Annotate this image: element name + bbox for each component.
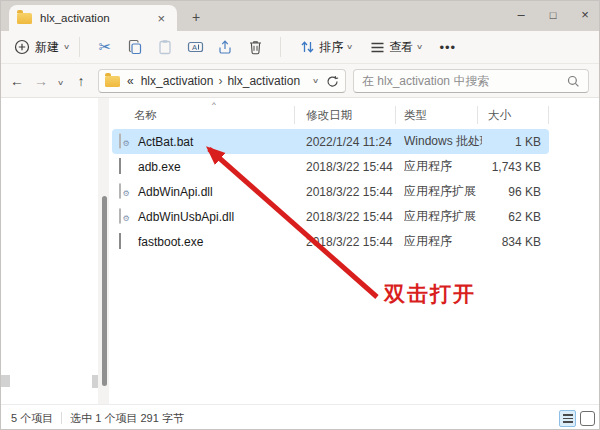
- minimize-button[interactable]: –: [504, 1, 538, 31]
- explorer-tab[interactable]: hlx_activation ×: [9, 5, 177, 31]
- address-dropdown-icon[interactable]: ∨: [312, 77, 319, 85]
- file-date: 2022/1/24 11:24: [306, 135, 392, 149]
- status-bar: 5 个项目 选中 1 个项目 291 字节: [1, 404, 600, 430]
- file-size: 62 KB: [456, 210, 541, 224]
- file-name: fastboot.exe: [138, 235, 203, 249]
- new-button-label: 新建: [35, 39, 59, 56]
- file-date: 2018/3/22 15:44: [306, 235, 393, 249]
- file-pane: 名称 ^ 修改日期 类型 大小 ⚙ ActBat.bat 2022/1/24 1…: [1, 98, 600, 404]
- share-button[interactable]: [210, 39, 240, 55]
- file-size: 1 KB: [456, 135, 541, 149]
- search-box[interactable]: [353, 69, 589, 93]
- chevron-down-icon: ∨: [346, 43, 353, 51]
- file-date: 2018/3/22 15:44: [306, 160, 393, 174]
- delete-button[interactable]: [240, 39, 270, 55]
- sidebar-hscroll-fragment[interactable]: [92, 375, 98, 388]
- list-column-headers: 名称 ^ 修改日期 类型 大小: [112, 101, 552, 127]
- file-date: 2018/3/22 15:44: [306, 210, 393, 224]
- file-row-fastboot[interactable]: fastboot.exe 2018/3/22 15:44 应用程序 834 KB: [112, 229, 549, 254]
- selection-info: 选中 1 个项目 291 字节: [70, 411, 184, 426]
- scissors-icon: ✂: [99, 38, 112, 55]
- large-icons-view-button[interactable]: [580, 411, 595, 426]
- toolbar-divider: [280, 37, 281, 57]
- toolbar-divider: [79, 37, 80, 57]
- file-row-adbwinusbapi[interactable]: ⚙ AdbWinUsbApi.dll 2018/3/22 15:44 应用程序扩…: [112, 204, 549, 229]
- up-button[interactable]: ↑: [69, 73, 93, 89]
- column-header-size[interactable]: 大小: [488, 108, 511, 123]
- history-chevron-icon[interactable]: ∨: [57, 79, 64, 87]
- copy-button[interactable]: [120, 39, 150, 55]
- navigation-bar: ← → ∨ ↑ « hlx_activation › hlx_activatio…: [1, 64, 600, 98]
- chevron-down-icon: ∨: [416, 43, 423, 51]
- file-date: 2018/3/22 15:44: [306, 185, 393, 199]
- application-icon: [119, 234, 133, 249]
- plus-circle-icon: [14, 39, 30, 55]
- refresh-icon[interactable]: [326, 75, 339, 88]
- rename-button[interactable]: A: [180, 39, 210, 55]
- sidebar-scrollbar-thumb[interactable]: [102, 196, 107, 386]
- cut-button[interactable]: ✂: [90, 38, 120, 56]
- breadcrumb-separator: ›: [218, 74, 222, 88]
- close-window-button[interactable]: ×: [568, 1, 600, 31]
- new-button[interactable]: 新建 ∨: [14, 39, 69, 56]
- sidebar-hscroll-fragment[interactable]: [1, 375, 10, 387]
- more-options-button[interactable]: •••: [439, 40, 456, 55]
- file-explorer-window: hlx_activation × + – □ × 新建 ∨ ✂: [0, 0, 600, 430]
- folder-icon: [17, 13, 32, 24]
- rename-icon: A: [187, 39, 204, 55]
- column-header-type[interactable]: 类型: [404, 108, 427, 123]
- view-button-label: 查看: [389, 39, 413, 56]
- column-divider[interactable]: [294, 106, 295, 124]
- file-name: ActBat.bat: [138, 135, 193, 149]
- search-icon: [567, 75, 580, 88]
- back-button[interactable]: ←: [5, 73, 29, 89]
- file-size: 96 KB: [456, 185, 541, 199]
- details-view-button[interactable]: [559, 410, 576, 427]
- file-row-adb[interactable]: adb.exe 2018/3/22 15:44 应用程序 1,743 KB: [112, 154, 549, 179]
- title-bar: hlx_activation × + – □ ×: [1, 1, 600, 31]
- column-divider[interactable]: [395, 106, 396, 124]
- address-bar[interactable]: « hlx_activation › hlx_activation ∨: [98, 69, 346, 93]
- file-list: ⚙ ActBat.bat 2022/1/24 11:24 Windows 批处理…: [112, 129, 549, 254]
- new-tab-button[interactable]: +: [185, 6, 207, 28]
- batch-file-icon: ⚙: [119, 134, 133, 149]
- breadcrumb-root-icon[interactable]: «: [127, 74, 134, 88]
- column-header-date[interactable]: 修改日期: [306, 108, 352, 123]
- breadcrumb-segment[interactable]: hlx_activation: [227, 74, 300, 88]
- file-row-actbat[interactable]: ⚙ ActBat.bat 2022/1/24 11:24 Windows 批处理…: [112, 129, 549, 154]
- search-input[interactable]: [362, 74, 567, 88]
- application-icon: [119, 159, 133, 174]
- forward-button[interactable]: →: [29, 73, 53, 89]
- svg-text:A: A: [192, 43, 197, 52]
- column-divider[interactable]: [548, 106, 549, 124]
- trash-icon: [248, 39, 263, 55]
- breadcrumb-segment[interactable]: hlx_activation: [141, 74, 214, 88]
- column-header-name[interactable]: 名称: [134, 108, 157, 123]
- statusbar-divider: [61, 412, 62, 424]
- chevron-down-icon: ∨: [63, 43, 70, 51]
- file-name: adb.exe: [138, 160, 181, 174]
- file-name: AdbWinUsbApi.dll: [138, 210, 234, 224]
- dll-file-icon: ⚙: [119, 209, 133, 224]
- copy-icon: [127, 39, 143, 55]
- sort-button[interactable]: 排序 ∨: [300, 39, 352, 56]
- file-size: 1,743 KB: [456, 160, 541, 174]
- paste-button[interactable]: [150, 39, 180, 55]
- folder-icon: [105, 76, 120, 87]
- sort-arrows-icon: [300, 40, 315, 54]
- tab-title: hlx_activation: [40, 12, 153, 24]
- dll-file-icon: ⚙: [119, 184, 133, 199]
- sort-ascending-icon: ^: [212, 100, 216, 109]
- items-count: 5 个项目: [11, 411, 53, 426]
- view-lines-icon: [370, 41, 385, 54]
- share-icon: [217, 39, 233, 55]
- view-button[interactable]: 查看 ∨: [370, 39, 422, 56]
- annotation-label: 双击打开: [384, 280, 476, 308]
- column-divider[interactable]: [477, 106, 478, 124]
- file-name: AdbWinApi.dll: [138, 185, 213, 199]
- maximize-button[interactable]: □: [536, 1, 570, 31]
- paste-icon: [157, 39, 173, 55]
- tab-close-icon[interactable]: ×: [153, 11, 169, 26]
- sort-button-label: 排序: [319, 39, 343, 56]
- file-row-adbwinapi[interactable]: ⚙ AdbWinApi.dll 2018/3/22 15:44 应用程序扩展 9…: [112, 179, 549, 204]
